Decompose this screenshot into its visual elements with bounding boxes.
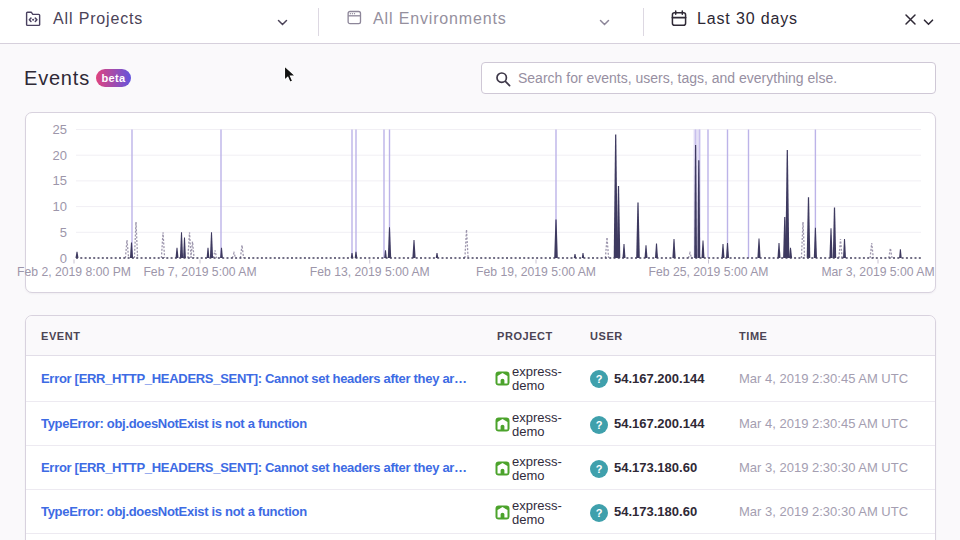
- svg-text:Feb 19, 2019 5:00 AM: Feb 19, 2019 5:00 AM: [476, 265, 596, 279]
- svg-text:15: 15: [53, 173, 67, 188]
- svg-text:Feb 2, 2019 8:00 PM: Feb 2, 2019 8:00 PM: [17, 265, 131, 279]
- svg-text:Mar 3, 2019 5:00 AM: Mar 3, 2019 5:00 AM: [821, 265, 934, 279]
- svg-text:20: 20: [53, 148, 67, 163]
- svg-text:5: 5: [60, 225, 67, 240]
- svg-text:0: 0: [60, 251, 67, 266]
- svg-text:25: 25: [53, 122, 67, 137]
- svg-text:Feb 13, 2019 5:00 AM: Feb 13, 2019 5:00 AM: [310, 265, 430, 279]
- svg-text:Feb 7, 2019 5:00 AM: Feb 7, 2019 5:00 AM: [143, 265, 256, 279]
- svg-text:Feb 25, 2019 5:00 AM: Feb 25, 2019 5:00 AM: [649, 265, 769, 279]
- svg-text:10: 10: [53, 199, 67, 214]
